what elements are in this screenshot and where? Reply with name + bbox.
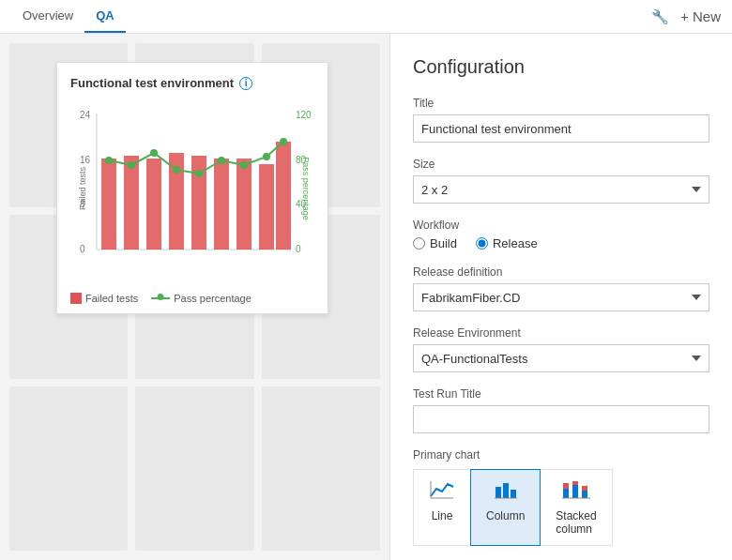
svg-text:Failed tests: Failed tests xyxy=(78,166,87,210)
workflow-label: Workflow xyxy=(413,219,709,232)
svg-rect-34 xyxy=(511,490,516,498)
svg-rect-17 xyxy=(259,164,274,250)
workflow-release-radio[interactable] xyxy=(476,237,488,250)
workflow-build-option[interactable]: Build xyxy=(413,236,457,250)
svg-point-21 xyxy=(150,149,158,157)
new-button[interactable]: + New xyxy=(680,8,721,24)
svg-rect-33 xyxy=(503,483,509,498)
svg-rect-41 xyxy=(582,486,587,491)
svg-rect-37 xyxy=(563,483,569,489)
test-run-title-label: Test Run Title xyxy=(413,387,709,401)
header-actions: 🔧 + New xyxy=(651,8,721,25)
legend-pass: Pass percentage xyxy=(151,293,252,304)
chart-area: 24 16 8 0 120 80 40 0 xyxy=(70,99,314,287)
test-run-title-field-group: Test Run Title xyxy=(413,387,709,433)
grid-cell xyxy=(9,386,128,551)
pass-color-line xyxy=(151,297,170,299)
header: Overview QA 🔧 + New xyxy=(0,0,732,34)
tab-qa[interactable]: QA xyxy=(84,0,126,33)
workflow-radio-group: Build Release xyxy=(413,236,709,250)
svg-rect-38 xyxy=(572,485,578,498)
svg-rect-18 xyxy=(276,142,291,250)
svg-text:24: 24 xyxy=(80,110,91,120)
svg-point-23 xyxy=(195,170,203,177)
title-label: Title xyxy=(413,97,709,110)
svg-text:0: 0 xyxy=(296,244,301,254)
settings-icon[interactable]: 🔧 xyxy=(651,8,669,25)
svg-rect-36 xyxy=(563,489,569,498)
svg-point-19 xyxy=(105,157,113,164)
chart-option-column[interactable]: Column xyxy=(470,469,541,546)
chart-svg: 24 16 8 0 120 80 40 0 xyxy=(70,99,314,287)
dashboard-panel: Functional test environment i 24 16 8 0 … xyxy=(0,34,389,560)
release-definition-label: Release definition xyxy=(413,265,709,279)
release-environment-field-group: Release Environment QA-FunctionalTests xyxy=(413,326,709,372)
svg-point-26 xyxy=(263,153,270,160)
widget-title: Functional test environment i xyxy=(70,76,314,90)
svg-point-20 xyxy=(128,161,135,169)
release-environment-label: Release Environment xyxy=(413,326,709,340)
svg-point-27 xyxy=(280,138,287,145)
title-field-group: Title xyxy=(413,97,709,143)
chart-legend: Failed tests Pass percentage xyxy=(70,293,314,304)
release-definition-select[interactable]: FabrikamFiber.CD xyxy=(413,283,709,311)
svg-rect-39 xyxy=(572,481,578,485)
chart-options: Line Column xyxy=(413,469,709,546)
release-environment-select[interactable]: QA-FunctionalTests xyxy=(413,344,709,372)
svg-rect-12 xyxy=(146,159,161,250)
svg-rect-40 xyxy=(582,491,587,498)
main-layout: Functional test environment i 24 16 8 0 … xyxy=(0,34,732,560)
config-panel: Configuration Title Size 2 x 2 Workflow … xyxy=(389,34,732,560)
stacked-column-chart-icon xyxy=(560,479,592,506)
chart-option-stacked-column[interactable]: Stackedcolumn xyxy=(540,469,612,546)
size-field-group: Size 2 x 2 xyxy=(413,158,709,204)
svg-text:120: 120 xyxy=(296,110,312,120)
svg-rect-11 xyxy=(124,156,139,250)
info-icon[interactable]: i xyxy=(239,77,252,90)
tabs: Overview QA xyxy=(11,0,126,33)
workflow-release-option[interactable]: Release xyxy=(476,236,538,250)
size-select[interactable]: 2 x 2 xyxy=(413,175,709,204)
svg-rect-10 xyxy=(101,159,116,250)
tab-overview[interactable]: Overview xyxy=(11,0,84,33)
svg-text:Pass percentage: Pass percentage xyxy=(301,157,311,220)
test-run-title-input[interactable] xyxy=(413,405,709,433)
primary-chart-label: Primary chart xyxy=(413,448,709,462)
column-chart-icon xyxy=(493,479,519,506)
svg-rect-16 xyxy=(236,159,252,250)
svg-rect-15 xyxy=(214,159,229,250)
line-chart-icon xyxy=(429,479,455,506)
svg-text:0: 0 xyxy=(80,244,85,254)
grid-cell xyxy=(262,386,380,551)
workflow-build-radio[interactable] xyxy=(413,237,425,250)
svg-rect-32 xyxy=(496,487,501,498)
grid-cell xyxy=(135,386,253,551)
widget-card: Functional test environment i 24 16 8 0 … xyxy=(56,62,328,314)
svg-point-22 xyxy=(173,166,180,174)
chart-option-line[interactable]: Line xyxy=(413,469,471,546)
primary-chart-field-group: Primary chart Line xyxy=(413,448,709,546)
title-input[interactable] xyxy=(413,114,709,143)
legend-failed: Failed tests xyxy=(70,293,138,304)
svg-point-25 xyxy=(240,161,248,169)
svg-text:16: 16 xyxy=(80,155,91,165)
size-label: Size xyxy=(413,158,709,171)
workflow-field-group: Workflow Build Release xyxy=(413,219,709,250)
svg-point-24 xyxy=(218,157,225,164)
failed-color-box xyxy=(70,293,82,304)
config-title: Configuration xyxy=(413,56,709,78)
release-definition-field-group: Release definition FabrikamFiber.CD xyxy=(413,265,709,311)
